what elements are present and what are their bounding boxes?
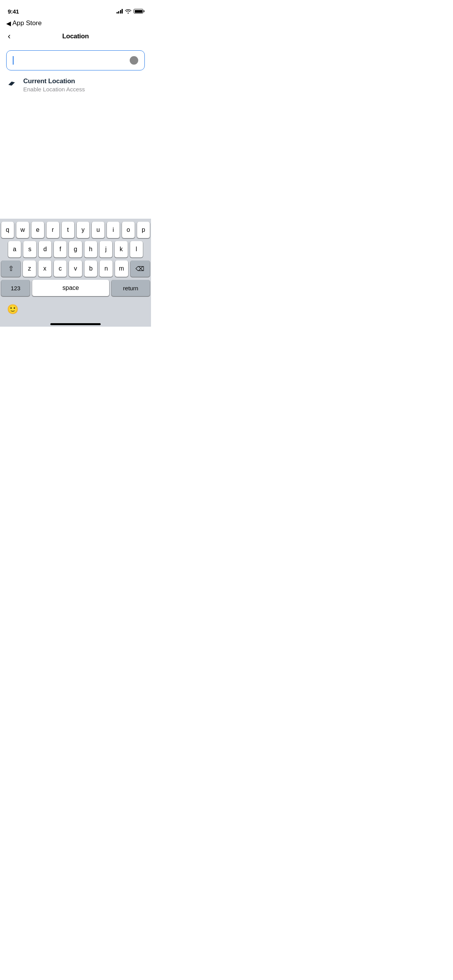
search-input[interactable]	[6, 50, 145, 70]
keyboard-row-4: 123 space return	[1, 280, 150, 296]
key-m[interactable]: m	[115, 260, 128, 277]
delete-key[interactable]: ⌫	[130, 260, 150, 277]
current-location-item[interactable]: Current Location Enable Location Access	[0, 70, 151, 99]
status-time: 9:41	[8, 8, 19, 15]
keyboard-row-1: q w e r t y u i o p	[1, 222, 150, 238]
nav-back[interactable]: ◀ App Store	[0, 17, 151, 28]
key-x[interactable]: x	[38, 260, 51, 277]
key-e[interactable]: e	[31, 222, 44, 238]
key-u[interactable]: u	[92, 222, 105, 238]
key-k[interactable]: k	[115, 241, 127, 257]
shift-key[interactable]: ⇧	[1, 260, 21, 277]
keyboard-row-3: ⇧ z x c v b n m ⌫	[1, 260, 150, 277]
numbers-key[interactable]: 123	[1, 280, 30, 296]
location-subtitle: Enable Location Access	[23, 86, 85, 93]
key-q[interactable]: q	[1, 222, 14, 238]
home-indicator	[1, 320, 150, 327]
key-y[interactable]: y	[77, 222, 89, 238]
status-icons	[117, 9, 144, 14]
key-i[interactable]: i	[107, 222, 120, 238]
nav-back-text: App Store	[12, 19, 42, 27]
key-f[interactable]: f	[54, 241, 67, 257]
wifi-icon	[125, 9, 131, 14]
key-j[interactable]: j	[100, 241, 112, 257]
location-text: Current Location Enable Location Access	[23, 77, 85, 93]
search-area	[0, 45, 151, 70]
key-d[interactable]: d	[39, 241, 51, 257]
location-icon	[6, 80, 17, 91]
key-s[interactable]: s	[23, 241, 36, 257]
keyboard: q w e r t y u i o p a s d f g h j k l ⇧ …	[0, 219, 151, 327]
page-title: Location	[62, 33, 89, 40]
home-bar	[50, 323, 101, 325]
text-cursor	[13, 56, 14, 65]
back-button[interactable]: ‹	[6, 31, 12, 42]
key-t[interactable]: t	[62, 222, 74, 238]
location-title: Current Location	[23, 77, 85, 85]
keyboard-bottom: 🙂	[1, 299, 150, 320]
signal-icon	[117, 9, 123, 14]
header: ‹ Location	[0, 28, 151, 45]
key-n[interactable]: n	[100, 260, 113, 277]
status-bar: 9:41	[0, 0, 151, 17]
key-b[interactable]: b	[84, 260, 98, 277]
emoji-key[interactable]: 🙂	[4, 301, 21, 318]
drag-handle[interactable]	[130, 56, 138, 65]
key-a[interactable]: a	[8, 241, 21, 257]
key-w[interactable]: w	[16, 222, 29, 238]
key-h[interactable]: h	[84, 241, 97, 257]
battery-icon	[134, 9, 143, 14]
nav-back-arrow: ◀	[6, 20, 11, 27]
key-o[interactable]: o	[122, 222, 135, 238]
return-key[interactable]: return	[112, 280, 150, 296]
key-g[interactable]: g	[69, 241, 82, 257]
key-l[interactable]: l	[130, 241, 143, 257]
space-key[interactable]: space	[32, 280, 109, 296]
keyboard-row-2: a s d f g h j k l	[1, 241, 150, 257]
key-v[interactable]: v	[69, 260, 82, 277]
key-c[interactable]: c	[54, 260, 67, 277]
key-p[interactable]: p	[137, 222, 150, 238]
key-z[interactable]: z	[23, 260, 36, 277]
key-r[interactable]: r	[46, 222, 59, 238]
